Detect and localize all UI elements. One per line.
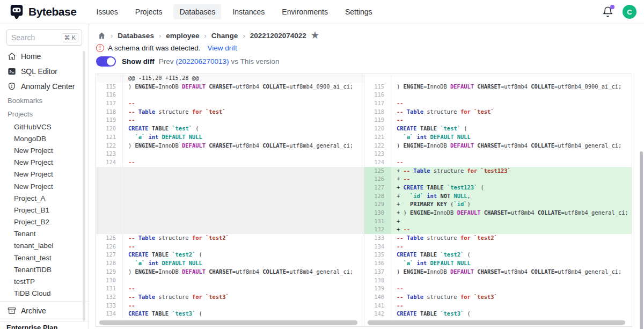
line-number: 142 xyxy=(364,310,391,318)
diff-row: 116 xyxy=(364,91,632,99)
brand-logo[interactable]: Bytebase xyxy=(9,4,76,20)
code-line: CREATE TABLE `test` ( xyxy=(123,125,364,133)
project-item[interactable]: New Project xyxy=(0,157,89,169)
project-item[interactable]: Tenant_test xyxy=(0,252,89,264)
breadcrumb-separator: › xyxy=(204,32,207,40)
breadcrumb-item[interactable]: employee xyxy=(166,32,199,40)
home-icon xyxy=(8,52,16,61)
line-number: 123 xyxy=(96,150,123,158)
sidebar-nav: HomeSQL EditorAnomaly Center xyxy=(0,49,89,94)
horizontal-scrollbar[interactable] xyxy=(368,320,625,325)
nav-item-issues[interactable]: Issues xyxy=(90,4,123,19)
code-line: -- xyxy=(123,302,364,310)
projects-section-label: Projects xyxy=(0,107,89,121)
show-diff-toggle[interactable] xyxy=(96,56,116,67)
search-shortcut-badge: ⌘ K xyxy=(62,33,78,42)
nav-item-instances[interactable]: Instances xyxy=(226,4,270,19)
diff-row: 134CREATE TABLE `test3` ( xyxy=(96,310,364,318)
search-input[interactable] xyxy=(11,33,60,42)
diff-row: 138 xyxy=(364,276,632,285)
view-drift-link[interactable]: View drift xyxy=(208,44,237,52)
vs-this-version-label: vs This version xyxy=(231,57,280,65)
project-item[interactable]: testTP xyxy=(0,275,89,287)
diff-row: 142CREATE TABLE `test3` ( xyxy=(364,310,632,318)
breadcrumb-item[interactable]: Change xyxy=(211,32,238,40)
sidebar-item-archive[interactable]: Archive xyxy=(0,303,89,319)
code-line: -- Table structure for `test3` xyxy=(123,293,364,302)
code-line xyxy=(123,167,364,176)
project-item[interactable]: Tenant xyxy=(0,228,89,240)
project-item[interactable]: New Project xyxy=(0,169,89,180)
line-number: 135 xyxy=(364,251,391,259)
diff-row: 116 xyxy=(96,91,364,99)
project-item[interactable]: Project_A xyxy=(0,192,89,204)
project-item[interactable]: New Project xyxy=(0,144,89,156)
sidebar-item-sql-editor[interactable]: SQL Editor xyxy=(0,64,89,79)
nav-item-projects[interactable]: Projects xyxy=(129,4,169,19)
project-item[interactable]: GitHubVCS xyxy=(0,121,89,133)
sidebar-item-anomaly-center[interactable]: Anomaly Center xyxy=(0,79,89,94)
search-box[interactable]: ⌘ K xyxy=(6,30,82,46)
diff-row: 125+ -- Table structure for `test123` xyxy=(364,167,632,176)
line-number xyxy=(96,192,123,201)
sidebar-scrollbar[interactable] xyxy=(83,51,85,321)
code-line: + PRIMARY KEY (`id`) xyxy=(391,200,632,209)
bookmark-star-icon[interactable]: ★ xyxy=(311,31,319,40)
line-number: 131 xyxy=(364,217,391,226)
horizontal-scrollbar[interactable] xyxy=(99,320,357,325)
notifications-bell-icon[interactable] xyxy=(602,6,614,18)
line-number: 141 xyxy=(364,302,391,310)
code-line: -- xyxy=(123,243,364,251)
code-line: ) ENGINE=InnoDB DEFAULT CHARSET=utf8mb4 … xyxy=(391,142,632,150)
line-number xyxy=(364,74,391,83)
breadcrumb-item[interactable]: 20221202074022 xyxy=(250,32,306,40)
code-line xyxy=(123,175,364,184)
diff-row: 129+ PRIMARY KEY (`id`) xyxy=(364,200,632,209)
code-line xyxy=(123,192,364,201)
sidebar-item-home[interactable]: Home xyxy=(0,49,89,64)
project-item[interactable]: New Project xyxy=(0,180,89,192)
line-number: 128 xyxy=(96,259,123,268)
code-line: CREATE TABLE `test3` ( xyxy=(123,310,364,318)
code-line: CREATE TABLE `test2` ( xyxy=(391,251,632,259)
diff-toggle-row: Show diff Prev (202206270013) vs This ve… xyxy=(96,56,279,67)
line-number: 118 xyxy=(96,108,123,116)
project-item[interactable]: TiDB Cloud xyxy=(0,288,89,299)
breadcrumb-separator: › xyxy=(111,32,113,40)
code-line xyxy=(123,200,364,209)
code-line: -- Table structure for `test` xyxy=(391,108,632,116)
code-line: ) ENGINE=InnoDB DEFAULT CHARSET=utf8mb4 … xyxy=(123,142,364,150)
line-number: 124 xyxy=(96,158,123,167)
project-item[interactable]: Project_B2 xyxy=(0,216,89,228)
project-item[interactable]: tenant_label xyxy=(0,240,89,252)
page-vertical-scrollbar[interactable] xyxy=(640,151,643,329)
line-number xyxy=(96,175,123,184)
line-number: 125 xyxy=(364,167,391,176)
notification-dot xyxy=(610,5,614,9)
code-line: `a` int DEFAULT NULL xyxy=(391,259,632,268)
breadcrumb-home-icon[interactable] xyxy=(98,32,106,40)
diff-row: 124-- xyxy=(364,158,632,167)
sidebar-item-label: Anomaly Center xyxy=(21,82,75,91)
avatar[interactable]: C xyxy=(623,5,636,19)
code-line: -- xyxy=(123,99,364,108)
code-line: CREATE TABLE `test` ( xyxy=(391,125,632,133)
line-number xyxy=(96,225,123,234)
nav-item-settings[interactable]: Settings xyxy=(339,4,378,19)
line-number: 128 xyxy=(364,192,391,201)
nav-item-databases[interactable]: Databases xyxy=(173,4,221,19)
code-line: @@ -115,20 +115,28 @@ xyxy=(123,74,364,83)
project-item[interactable]: TenantTiDB xyxy=(0,264,89,275)
project-item[interactable]: MongoDB xyxy=(0,133,89,144)
diff-hunk-header: @@ -115,20 +115,28 @@ xyxy=(96,74,364,83)
diff-row: 128 `a` int DEFAULT NULL xyxy=(96,259,364,268)
nav-item-environments[interactable]: Environments xyxy=(276,4,334,19)
project-item[interactable]: Project_B1 xyxy=(0,204,89,216)
code-line: `a` int DEFAULT NULL xyxy=(391,133,632,142)
code-line xyxy=(391,150,632,158)
breadcrumb-item[interactable]: Databases xyxy=(118,32,154,40)
prev-version-link[interactable]: (202206270013) xyxy=(176,57,229,65)
shield-icon xyxy=(8,82,16,91)
diff-row: 130 xyxy=(96,276,364,285)
line-number: 116 xyxy=(96,91,123,99)
